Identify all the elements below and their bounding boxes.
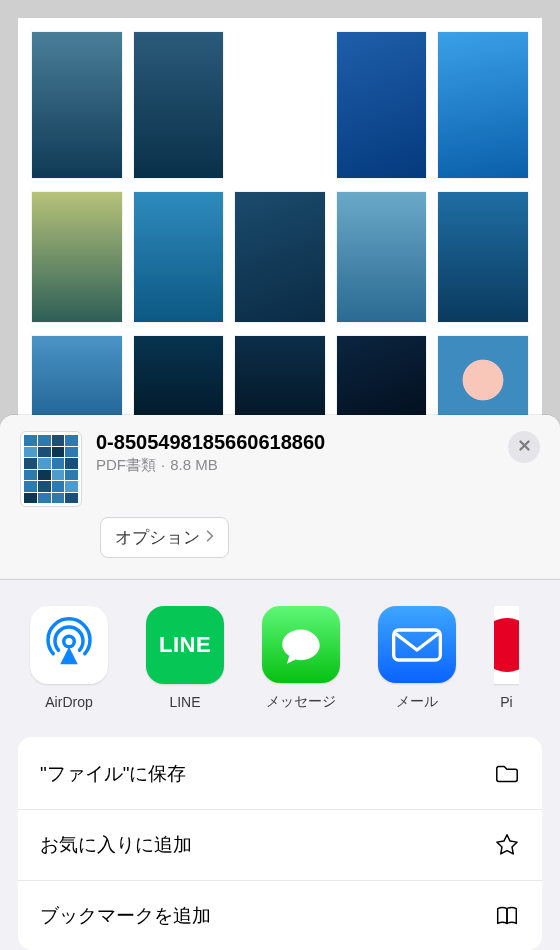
share-app-label: Pi xyxy=(500,694,512,710)
close-icon xyxy=(518,437,531,457)
document-subtitle: PDF書類·8.8 MB xyxy=(96,456,494,475)
photo-thumbnail xyxy=(337,32,427,178)
share-app-messages[interactable]: メッセージ xyxy=(262,606,340,711)
close-button[interactable] xyxy=(508,431,540,463)
chevron-right-icon xyxy=(206,528,214,548)
book-icon xyxy=(494,903,520,929)
line-icon: LINE xyxy=(146,606,224,684)
photo-thumbnail xyxy=(438,32,528,178)
pdf-page xyxy=(18,18,542,460)
photo-thumbnail xyxy=(32,192,122,322)
star-icon xyxy=(494,832,520,858)
share-app-label: メッセージ xyxy=(266,693,336,711)
options-row: オプション xyxy=(0,517,560,578)
action-label: ブックマークを追加 xyxy=(40,903,211,929)
document-preview-background xyxy=(0,0,560,430)
options-button-label: オプション xyxy=(115,526,200,549)
options-button[interactable]: オプション xyxy=(100,517,229,558)
share-app-airdrop[interactable]: AirDrop xyxy=(30,606,108,711)
document-size: 8.8 MB xyxy=(170,456,218,473)
share-sheet-header: 0-8505498185660618860 PDF書類·8.8 MB xyxy=(0,415,560,517)
extra-app-icon xyxy=(494,606,519,684)
document-title: 0-8505498185660618860 xyxy=(96,431,494,454)
document-type: PDF書類 xyxy=(96,456,156,473)
svg-rect-1 xyxy=(394,630,441,660)
share-actions-list: "ファイル"に保存 お気に入りに追加 ブックマークを追加 xyxy=(18,737,542,950)
share-app-label: メール xyxy=(396,693,438,711)
photo-row xyxy=(32,32,528,178)
mail-icon xyxy=(378,606,456,683)
document-thumbnail xyxy=(20,431,82,507)
action-save-to-files[interactable]: "ファイル"に保存 xyxy=(18,737,542,809)
share-app-line[interactable]: LINE LINE xyxy=(146,606,224,711)
photo-thumbnail xyxy=(235,192,325,322)
share-sheet: 0-8505498185660618860 PDF書類·8.8 MB オプション xyxy=(0,415,560,950)
photo-row xyxy=(32,192,528,322)
action-label: お気に入りに追加 xyxy=(40,832,192,858)
action-add-bookmark[interactable]: ブックマークを追加 xyxy=(18,880,542,950)
photo-gap xyxy=(235,32,325,178)
folder-icon xyxy=(494,761,520,787)
photo-thumbnail xyxy=(32,32,122,178)
messages-icon xyxy=(262,606,340,683)
share-app-label: AirDrop xyxy=(45,694,92,710)
svg-point-0 xyxy=(64,636,75,647)
airdrop-icon xyxy=(30,606,108,684)
share-app-mail[interactable]: メール xyxy=(378,606,456,711)
photo-thumbnail xyxy=(337,192,427,322)
photo-thumbnail xyxy=(134,192,224,322)
share-app-extra[interactable]: Pi xyxy=(494,606,519,711)
share-apps-row[interactable]: AirDrop LINE LINE メッセージ メール xyxy=(0,580,560,727)
document-meta: 0-8505498185660618860 PDF書類·8.8 MB xyxy=(96,431,494,475)
photo-thumbnail xyxy=(134,32,224,178)
action-label: "ファイル"に保存 xyxy=(40,761,187,787)
photo-thumbnail xyxy=(438,192,528,322)
action-add-favorite[interactable]: お気に入りに追加 xyxy=(18,809,542,880)
share-app-label: LINE xyxy=(169,694,200,710)
